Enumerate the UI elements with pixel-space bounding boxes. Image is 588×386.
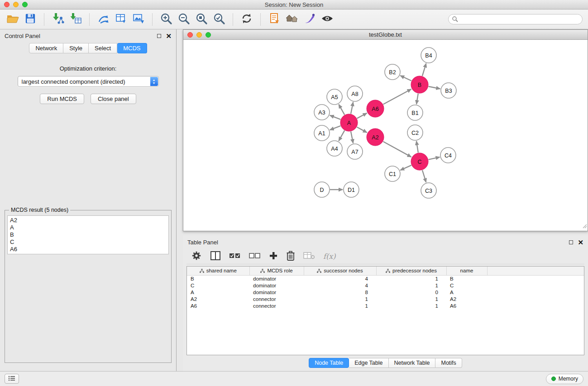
network-node-C[interactable]: C — [411, 153, 428, 170]
table-cell[interactable]: A6 — [187, 303, 249, 310]
zoom-window-button[interactable] — [22, 2, 28, 7]
table-cell[interactable]: connector — [249, 296, 304, 303]
network-node-A1[interactable]: A1 — [314, 125, 330, 141]
table-cell[interactable]: B — [187, 275, 249, 282]
column-header-predecessor-nodes[interactable]: predecessor nodes — [376, 267, 446, 275]
network-overview-button[interactable] — [285, 12, 299, 27]
table-cell[interactable]: 1 — [376, 282, 446, 289]
network-node-B1[interactable]: B1 — [407, 105, 423, 120]
network-edge-B-B1[interactable] — [416, 94, 418, 105]
table-cell[interactable]: A6 — [446, 303, 487, 310]
column-header-name[interactable]: name — [446, 267, 487, 275]
network-edge-A-A1[interactable] — [330, 126, 341, 130]
table-cell[interactable]: 8 — [304, 289, 376, 296]
network-edge-C-C1[interactable] — [400, 165, 411, 170]
table-cell[interactable]: 1 — [304, 303, 376, 310]
table-cell[interactable]: dominator — [249, 275, 304, 282]
save-session-button[interactable] — [23, 12, 38, 27]
unselect-all-columns-icon[interactable] — [249, 252, 261, 261]
network-edge-B-B3[interactable] — [429, 86, 440, 89]
column-header-mcds-role[interactable]: MCDS role — [249, 267, 304, 275]
close-panel-icon[interactable]: ✕ — [166, 33, 172, 39]
table-cell[interactable]: A2 — [187, 296, 249, 303]
table-cell[interactable]: connector — [249, 303, 304, 310]
table-cell[interactable]: C — [187, 282, 249, 289]
network-node-B[interactable]: B — [411, 76, 428, 93]
new-network-button[interactable] — [96, 12, 110, 27]
table-cell[interactable]: 1 — [304, 296, 376, 303]
delete-column-trash-icon[interactable] — [286, 251, 295, 262]
network-edge-A-A6[interactable] — [357, 113, 367, 119]
zoom-out-button[interactable] — [177, 12, 191, 27]
network-edge-A-A3[interactable] — [330, 115, 341, 119]
search-input[interactable] — [448, 14, 583, 24]
network-node-C1[interactable]: C1 — [385, 166, 400, 181]
network-node-A7[interactable]: A7 — [347, 144, 363, 159]
tab-network-table[interactable]: Network Table — [389, 358, 436, 368]
mcds-result-list[interactable]: A2ABCA6 — [7, 215, 169, 254]
network-edge-A-A5[interactable] — [339, 105, 344, 115]
network-node-A4[interactable]: A4 — [327, 141, 342, 156]
tab-edge-table[interactable]: Edge Table — [349, 358, 388, 368]
float-panel-icon[interactable] — [157, 34, 161, 38]
new-table-button[interactable] — [114, 12, 128, 27]
network-node-D[interactable]: D — [314, 182, 330, 197]
tab-motifs[interactable]: Motifs — [435, 358, 462, 368]
mcds-result-item[interactable]: B — [10, 231, 166, 238]
show-panel-list-button[interactable] — [5, 374, 19, 384]
show-columns-icon[interactable] — [210, 251, 221, 262]
table-row[interactable]: A2connector11A2 — [187, 296, 584, 303]
network-edge-A-A8[interactable] — [351, 102, 353, 114]
tab-select[interactable]: Select — [89, 43, 117, 53]
table-row[interactable]: Cdominator41C — [187, 282, 584, 289]
network-node-A6[interactable]: A6 — [367, 100, 384, 117]
network-edge-C-C2[interactable] — [416, 141, 418, 152]
network-node-A8[interactable]: A8 — [347, 86, 363, 101]
network-minimize-button[interactable] — [196, 32, 202, 38]
delete-table-icon[interactable] — [303, 252, 315, 262]
network-node-A2[interactable]: A2 — [367, 129, 384, 146]
show-graphics-details-button[interactable] — [320, 12, 335, 27]
close-table-panel-icon[interactable]: ✕ — [578, 239, 583, 246]
network-node-C2[interactable]: C2 — [407, 125, 423, 140]
mcds-result-item[interactable]: A6 — [10, 246, 166, 253]
tab-node-table[interactable]: Node Table — [309, 358, 349, 368]
table-cell[interactable]: 4 — [304, 282, 376, 289]
network-zoom-button[interactable] — [206, 32, 211, 38]
mcds-result-item[interactable]: A2 — [10, 217, 166, 224]
float-table-panel-icon[interactable] — [569, 240, 573, 244]
network-node-A3[interactable]: A3 — [314, 105, 330, 120]
network-node-C4[interactable]: C4 — [440, 148, 456, 163]
table-cell[interactable]: A2 — [446, 296, 487, 303]
network-node-B3[interactable]: B3 — [441, 83, 456, 98]
style-brush-button[interactable] — [302, 12, 317, 27]
tab-network[interactable]: Network — [29, 43, 63, 53]
network-node-A5[interactable]: A5 — [327, 89, 342, 105]
network-edge-B-B4[interactable] — [422, 63, 426, 76]
network-edge-A-A4[interactable] — [339, 130, 344, 141]
zoom-selected-button[interactable] — [212, 12, 226, 27]
network-edge-C-C4[interactable] — [429, 157, 440, 160]
import-network-button[interactable] — [51, 12, 65, 27]
network-window-titlebar[interactable]: testGlobe.txt — [183, 30, 588, 40]
column-header-shared-name[interactable]: shared name — [187, 267, 249, 275]
network-edge-B-B2[interactable] — [400, 76, 411, 81]
open-file-button[interactable] — [5, 12, 20, 27]
table-cell[interactable]: A — [446, 289, 487, 296]
close-window-button[interactable] — [4, 2, 10, 7]
tab-style[interactable]: Style — [63, 43, 89, 53]
mcds-result-item[interactable]: A — [10, 224, 166, 231]
table-cell[interactable]: 1 — [376, 296, 446, 303]
table-cell[interactable]: A — [187, 289, 249, 296]
network-node-D1[interactable]: D1 — [344, 182, 359, 197]
network-canvas[interactable]: B4B2BB3A5A8A6B1A3AA1C2A2A4A7C4CC1C3DD1 — [183, 40, 588, 231]
network-edge-A2-C[interactable] — [383, 142, 411, 157]
minimize-window-button[interactable] — [13, 2, 19, 7]
table-cell[interactable]: 1 — [376, 303, 446, 310]
tab-mcds[interactable]: MCDS — [117, 43, 147, 53]
select-all-columns-icon[interactable] — [229, 252, 241, 261]
table-settings-gear-icon[interactable] — [191, 250, 202, 263]
export-image-button[interactable] — [131, 12, 146, 27]
network-node-C3[interactable]: C3 — [421, 183, 436, 198]
network-node-B2[interactable]: B2 — [385, 64, 400, 80]
